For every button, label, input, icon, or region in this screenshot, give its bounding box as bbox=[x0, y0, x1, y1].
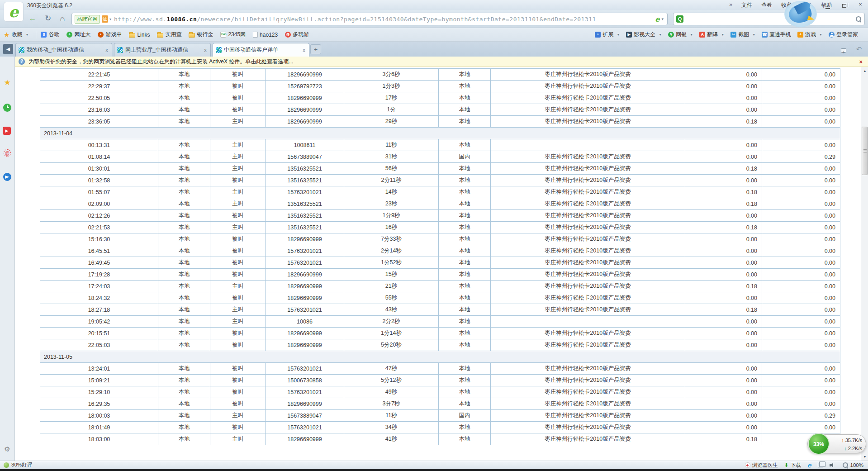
speed-percent-ball[interactable]: 33% bbox=[808, 433, 830, 455]
network-speed-widget[interactable]: 33% ↑ 35.7K/s ↓ 2.2K/s bbox=[807, 434, 866, 453]
bookmark-label: 银行金 bbox=[197, 31, 213, 38]
bookmark-item-2345网[interactable]: 23452345网 bbox=[220, 31, 246, 38]
table-cell: 本地 bbox=[439, 210, 491, 222]
bookmark-item-Links[interactable]: Links bbox=[129, 32, 150, 38]
notification-close-icon[interactable]: × bbox=[857, 58, 864, 65]
table-cell: 0.00 bbox=[685, 81, 762, 92]
toolbar-item-直通手机[interactable]: ☎直通手机 bbox=[762, 31, 791, 38]
zoom-control[interactable]: 100% bbox=[842, 462, 863, 468]
bookmark-item-谷歌[interactable]: 8谷歌 bbox=[41, 31, 59, 38]
toolbar-item-游戏[interactable]: +游戏 bbox=[797, 31, 822, 38]
download-manager-button[interactable]: ⬇ 下载 bbox=[784, 462, 801, 469]
toolbar-item-扩展[interactable]: +扩展 bbox=[595, 31, 620, 38]
compat-mode-icon[interactable]: e bbox=[655, 15, 659, 24]
menubar: » 文件查看收藏工具帮助 bbox=[729, 1, 832, 9]
menu-查看[interactable]: 查看 bbox=[761, 1, 772, 9]
back-button[interactable]: ← bbox=[26, 13, 39, 25]
settings-gear-icon[interactable]: ⚙ bbox=[3, 445, 12, 454]
tab-close-icon[interactable]: x bbox=[302, 47, 306, 53]
menu-收藏[interactable]: 收藏 bbox=[781, 1, 792, 9]
bookmark-item-银行金[interactable]: 银行金 bbox=[189, 31, 213, 38]
brand-site-badge[interactable]: 品牌官网 bbox=[75, 15, 100, 24]
ie-mode-button[interactable]: e bbox=[807, 461, 811, 469]
search-magnifier-icon[interactable] bbox=[855, 16, 862, 22]
certificate-badge[interactable]: 证 bbox=[102, 15, 108, 23]
restore-button[interactable] bbox=[838, 1, 850, 9]
table-cell: 0.00 bbox=[762, 233, 840, 245]
table-cell: 1分14秒 bbox=[344, 328, 439, 339]
tab-我的移动_中国移动通信[interactable]: 我的移动_中国移动通信x bbox=[15, 43, 112, 57]
table-cell: 16:49:45 bbox=[40, 257, 158, 269]
table-cell: 本地 bbox=[439, 163, 491, 175]
tab-close-icon[interactable]: x bbox=[104, 47, 109, 53]
activex-notification-bar[interactable]: ? 为帮助保护您的安全，您的网页浏览器已经阻止此站点在您的计算机上安装 Acti… bbox=[15, 57, 868, 67]
close-button[interactable]: × bbox=[854, 1, 866, 9]
scroll-down-icon[interactable]: ▼ bbox=[861, 453, 868, 461]
menu-工具[interactable]: 工具 bbox=[801, 1, 812, 9]
table-cell: 18296690999 bbox=[266, 92, 344, 104]
bookmark-item-实用查[interactable]: 实用查 bbox=[157, 31, 181, 38]
mute-button[interactable] bbox=[830, 462, 836, 468]
reopen-closed-tab-button[interactable]: ↶ bbox=[854, 44, 864, 54]
table-cell: 本地 bbox=[158, 245, 210, 257]
minimize-button[interactable] bbox=[822, 1, 834, 9]
table-cell: 0.00 bbox=[762, 316, 840, 328]
table-cell: 0.18 bbox=[685, 281, 762, 292]
table-cell: 16:45:51 bbox=[40, 245, 158, 257]
browser-doctor-button[interactable]: + 浏览器医生 bbox=[745, 462, 778, 469]
toolbar-item-网银[interactable]: ¥网银 bbox=[668, 31, 693, 38]
toolbar-item-影视大全[interactable]: ▶影视大全 bbox=[626, 31, 662, 38]
bookmark-item-网址大[interactable]: +网址大 bbox=[66, 31, 90, 38]
tab-close-icon[interactable]: x bbox=[203, 47, 208, 53]
new-window-button[interactable] bbox=[838, 44, 849, 54]
toolbar-item-翻译[interactable]: A翻译 bbox=[699, 31, 724, 38]
bookmark-item-多玩游[interactable]: 多多玩游 bbox=[285, 31, 309, 38]
table-cell: 01:32:58 bbox=[40, 175, 158, 186]
search-input[interactable] bbox=[683, 14, 855, 24]
table-cell: 本地 bbox=[439, 281, 491, 292]
rating-widget[interactable]: 30%好评 bbox=[4, 461, 32, 468]
vertical-scrollbar[interactable]: ▲ ▼ bbox=[861, 67, 868, 461]
menu-文件[interactable]: 文件 bbox=[741, 1, 752, 9]
url-dropdown-icon[interactable]: ▾ bbox=[661, 17, 664, 21]
refresh-button[interactable]: ↻ bbox=[42, 13, 54, 25]
scroll-up-icon[interactable]: ▲ bbox=[861, 67, 868, 75]
new-tab-button[interactable]: + bbox=[310, 44, 321, 54]
window-layout-button[interactable] bbox=[818, 463, 823, 467]
home-button[interactable]: ⌂ bbox=[56, 13, 69, 25]
sidebar-collapse-button[interactable]: ◀ bbox=[3, 44, 13, 54]
table-cell: 被叫 bbox=[210, 269, 266, 281]
url-text[interactable]: http://www.sd.10086.cn/newecare/billDeta… bbox=[114, 16, 653, 23]
table-cell: 枣庄神州行轻松卡2010版产品资费 bbox=[491, 398, 685, 410]
table-cell: 枣庄神州行轻松卡2010版产品资费 bbox=[491, 210, 685, 222]
tab-网上营业厅_中国移动通信[interactable]: 网上营业厅_中国移动通信x bbox=[114, 43, 211, 57]
table-cell: 01:30:01 bbox=[40, 163, 158, 175]
table-cell: 22:05:03 bbox=[40, 339, 158, 351]
table-cell: 本地 bbox=[439, 375, 491, 386]
favorites-button[interactable]: ★ 收藏 bbox=[4, 31, 28, 38]
address-bar[interactable]: 品牌官网 证 ▾ http://www.sd.10086.cn/newecare… bbox=[71, 13, 668, 25]
toolbar-item-登录管家[interactable]: 登录管家 bbox=[829, 31, 858, 38]
bookmark-item-游戏中[interactable]: •游戏中 bbox=[98, 31, 122, 38]
favorites-sidebar-icon[interactable]: ★ bbox=[3, 78, 12, 87]
bookmark-item-hao123[interactable]: hao123 bbox=[253, 32, 278, 38]
history-clock-icon[interactable] bbox=[3, 103, 12, 112]
tab-中国移动通信客户详单[interactable]: 中国移动通信客户详单x bbox=[213, 43, 309, 57]
search-bar[interactable]: Q bbox=[673, 13, 865, 25]
table-cell: 枣庄神州行轻松卡2010版产品资费 bbox=[491, 410, 685, 422]
table-cell: 0.00 bbox=[762, 386, 840, 398]
notification-text[interactable]: 为帮助保护您的安全，您的网页浏览器已经阻止此站点在您的计算机上安装 Active… bbox=[28, 58, 293, 66]
video-sidebar-icon[interactable]: ▶ bbox=[3, 127, 12, 136]
scrollbar-thumb[interactable] bbox=[862, 127, 868, 175]
weibo-sidebar-icon[interactable]: @ bbox=[3, 149, 12, 158]
table-cell: 0.00 bbox=[762, 328, 840, 339]
table-cell: 02:09:00 bbox=[40, 198, 158, 210]
app-sidebar-icon[interactable] bbox=[3, 173, 12, 182]
toolbar-item-截图[interactable]: ✂截图 bbox=[730, 31, 755, 38]
bookmark-label: 游戏 bbox=[805, 31, 816, 38]
menu-overflow-icon[interactable]: » bbox=[729, 1, 732, 9]
table-cell: 18296690999 bbox=[266, 292, 344, 304]
search-engine-icon[interactable]: Q bbox=[676, 15, 683, 23]
table-cell: 主叫 bbox=[210, 163, 266, 175]
badge-caret-icon[interactable]: ▾ bbox=[109, 17, 111, 21]
